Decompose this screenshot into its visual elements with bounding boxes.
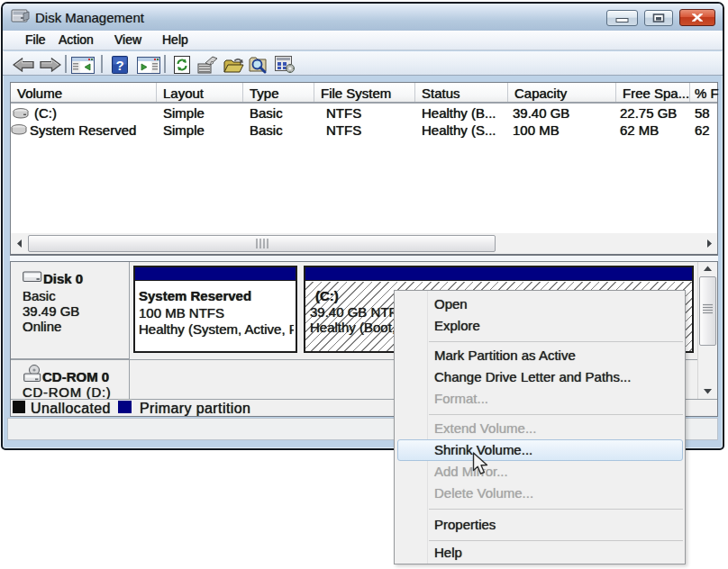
svg-text:?: ? <box>115 58 123 73</box>
